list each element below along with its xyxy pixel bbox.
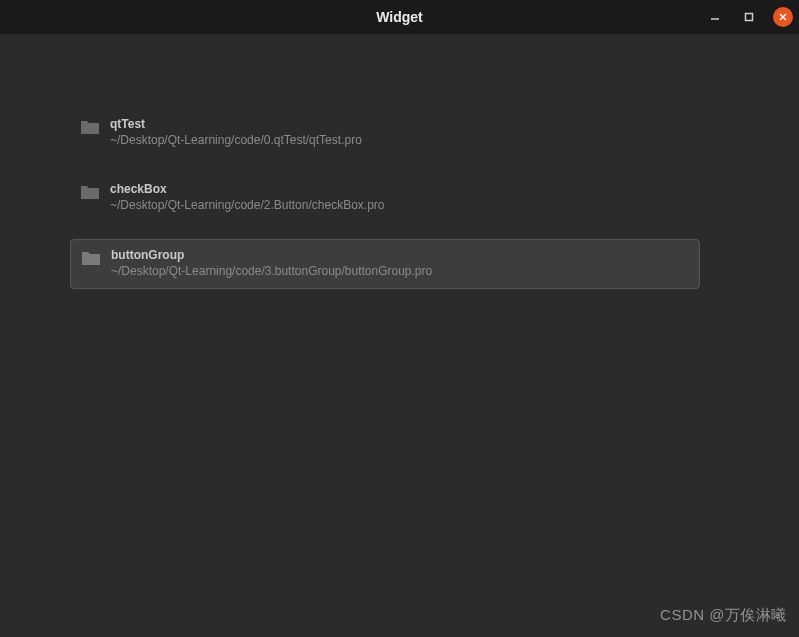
window-controls [705,7,793,27]
maximize-button[interactable] [739,7,759,27]
content-area: qtTest ~/Desktop/Qt-Learning/code/0.qtTe… [0,34,799,289]
project-list: qtTest ~/Desktop/Qt-Learning/code/0.qtTe… [70,109,700,289]
minimize-button[interactable] [705,7,725,27]
project-item-checkbox[interactable]: checkBox ~/Desktop/Qt-Learning/code/2.Bu… [70,174,700,221]
svg-rect-1 [746,14,753,21]
folder-icon [81,250,101,266]
watermark: CSDN @万俟淋曦 [660,606,787,625]
titlebar: Widget [0,0,799,34]
project-path: ~/Desktop/Qt-Learning/code/0.qtTest/qtTe… [110,133,362,149]
folder-icon [80,184,100,200]
project-path: ~/Desktop/Qt-Learning/code/2.Button/chec… [110,198,385,214]
project-item-buttongroup[interactable]: buttonGroup ~/Desktop/Qt-Learning/code/3… [70,239,700,288]
project-text: qtTest ~/Desktop/Qt-Learning/code/0.qtTe… [110,117,362,148]
project-name: buttonGroup [111,248,432,264]
project-name: checkBox [110,182,385,198]
project-text: buttonGroup ~/Desktop/Qt-Learning/code/3… [111,248,432,279]
close-button[interactable] [773,7,793,27]
project-name: qtTest [110,117,362,133]
folder-icon [80,119,100,135]
project-item-qttest[interactable]: qtTest ~/Desktop/Qt-Learning/code/0.qtTe… [70,109,700,156]
project-text: checkBox ~/Desktop/Qt-Learning/code/2.Bu… [110,182,385,213]
project-path: ~/Desktop/Qt-Learning/code/3.buttonGroup… [111,264,432,280]
window-title: Widget [376,9,423,25]
